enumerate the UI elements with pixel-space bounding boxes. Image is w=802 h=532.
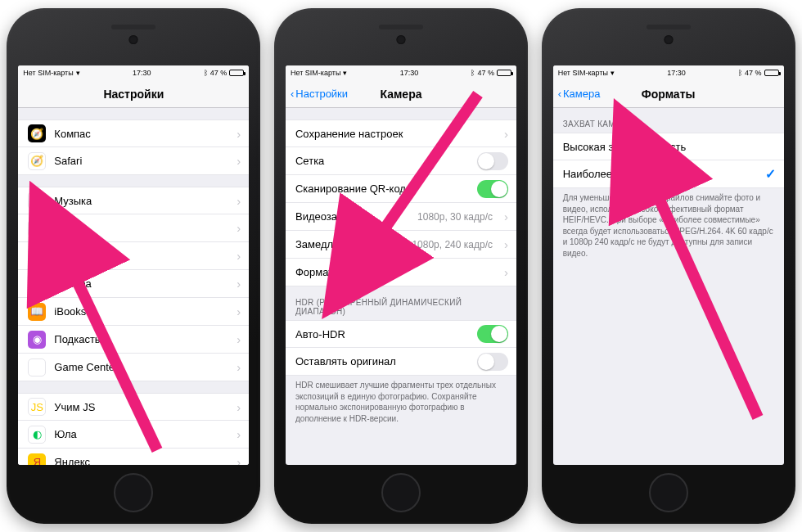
settings-row[interactable]: ●●Game Center› — [18, 354, 249, 381]
chevron-right-icon: › — [237, 154, 241, 168]
app-icon: Я — [28, 453, 46, 466]
chevron-left-icon: ‹ — [558, 88, 561, 100]
app-icon: 🧭 — [28, 152, 46, 170]
battery-icon — [764, 70, 779, 76]
clock: 17:30 — [667, 69, 686, 77]
settings-row[interactable]: ◉Подкасты› — [18, 326, 249, 354]
formats-settings[interactable]: ЗАХВАТ КАМЕРОЙ Высокая эффективностьНаиб… — [553, 108, 784, 465]
settings-row[interactable]: 📖iBooks› — [18, 298, 249, 326]
bluetooth-icon: ᛒ — [204, 69, 208, 77]
back-label: Камера — [563, 88, 600, 100]
toggle-switch[interactable] — [477, 152, 508, 170]
settings-row[interactable]: 🎬Видео› — [18, 214, 249, 242]
row-label: Высокая эффективность — [563, 141, 776, 153]
bluetooth-icon: ᛒ — [471, 69, 475, 77]
home-button[interactable] — [649, 473, 688, 512]
page-title: Форматы — [642, 88, 696, 101]
chevron-right-icon: › — [504, 127, 508, 141]
app-icon: 🎬 — [28, 219, 46, 237]
app-icon: 📖 — [28, 303, 46, 321]
settings-row[interactable]: Сохранение настроек› — [286, 119, 516, 147]
chevron-right-icon: › — [504, 210, 508, 223]
camera-settings[interactable]: Сохранение настроек›СеткаСканирование QR… — [286, 108, 516, 465]
group-header: ЗАХВАТ КАМЕРОЙ — [553, 119, 784, 133]
carrier-label: Нет SIM-карты — [558, 69, 608, 77]
clock: 17:30 — [133, 69, 151, 77]
row-detail: 1080p, 30 кадр/с — [417, 211, 493, 223]
row-label: iBooks — [54, 305, 225, 318]
row-label: Компас — [54, 128, 225, 140]
row-detail: 1080p, 240 кадр/с — [412, 239, 493, 250]
battery-pct: 47 % — [745, 69, 762, 77]
toggle-switch[interactable] — [477, 325, 508, 343]
settings-row[interactable]: ♫Музыка› — [18, 187, 249, 214]
battery-pct: 47 % — [477, 69, 494, 77]
carrier-label: Нет SIM-карты — [291, 69, 340, 77]
app-icon: JS — [28, 398, 46, 416]
home-button[interactable] — [381, 473, 421, 512]
settings-group: Сохранение настроек›СеткаСканирование QR… — [286, 119, 516, 286]
format-option[interactable]: Высокая эффективность — [553, 133, 784, 160]
row-label: Наиболее совместимые — [563, 168, 757, 180]
navbar: ‹ Камера Форматы — [553, 80, 784, 108]
wifi-icon: ▾ — [343, 69, 347, 77]
chevron-right-icon: › — [237, 249, 241, 263]
row-label: Авто-HDR — [295, 328, 469, 340]
row-label: Сетка — [295, 155, 469, 167]
settings-row[interactable]: Авто-HDR — [286, 320, 516, 348]
battery-icon — [497, 70, 511, 76]
settings-row[interactable]: 🧭Safari› — [18, 147, 249, 175]
settings-list[interactable]: 🧭Компас›🧭Safari› ♫Музыка›🎬Видео›❀Фото›📷К… — [18, 108, 249, 465]
chevron-right-icon: › — [237, 194, 241, 208]
settings-row[interactable]: Сетка — [286, 147, 516, 175]
chevron-right-icon: › — [237, 277, 241, 291]
row-label: Видеозапись — [295, 210, 409, 223]
row-label: Камера — [54, 277, 225, 290]
settings-row[interactable]: Замедл. видео1080p, 240 кадр/с› — [286, 231, 516, 259]
settings-row[interactable]: Сканирование QR-кода — [286, 175, 516, 203]
settings-group: JSУчим JS›◐Юла›ЯЯндекс›🚕Яндекс Такси› — [18, 393, 249, 465]
settings-row[interactable]: Видеозапись1080p, 30 кадр/с› — [286, 203, 516, 231]
settings-row[interactable]: ❀Фото› — [18, 242, 249, 270]
settings-row[interactable]: Оставлять оригинал — [286, 348, 516, 376]
phone-frame: Нет SIM-карты ▾ 17:30 ᛒ 47 % ‹ Настройки… — [274, 8, 528, 524]
status-bar: Нет SIM-карты ▾ 17:30 ᛒ 47 % — [286, 65, 516, 80]
settings-row[interactable]: JSУчим JS› — [18, 393, 249, 421]
chevron-right-icon: › — [237, 455, 241, 465]
group-header: HDR (РАСШИРЕННЫЙ ДИНАМИЧЕСКИЙ ДИАПАЗОН) — [286, 298, 516, 320]
app-icon: 📷 — [28, 275, 46, 293]
row-label: Сохранение настроек — [295, 128, 493, 140]
chevron-right-icon: › — [504, 265, 508, 279]
row-label: Фото — [54, 250, 225, 262]
battery-icon — [229, 70, 244, 76]
status-bar: Нет SIM-карты ▾ 17:30 ᛒ 47 % — [18, 65, 249, 80]
back-button[interactable]: ‹ Камера — [558, 88, 601, 100]
settings-row[interactable]: ◐Юла› — [18, 421, 249, 449]
chevron-right-icon: › — [237, 427, 241, 441]
settings-row[interactable]: 📷Камера› — [18, 270, 249, 298]
row-label: Оставлять оригинал — [295, 355, 469, 367]
row-label: Яндекс — [54, 456, 225, 465]
phone-frame: Нет SIM-карты ▾ 17:30 ᛒ 47 % ‹ Камера Фо… — [542, 8, 795, 524]
row-label: Подкасты — [54, 333, 225, 345]
settings-row[interactable]: ЯЯндекс› — [18, 449, 249, 465]
app-icon: 🧭 — [28, 124, 46, 142]
screen: Нет SIM-карты ▾ 17:30 ᛒ 47 % Настройки 🧭… — [18, 65, 249, 465]
wifi-icon: ▾ — [611, 69, 615, 77]
app-icon: ❀ — [28, 247, 46, 265]
home-button[interactable] — [114, 473, 153, 512]
row-label: Юла — [54, 428, 225, 440]
back-button[interactable]: ‹ Настройки — [291, 88, 348, 100]
settings-row[interactable]: Форматы› — [286, 259, 516, 286]
toggle-switch[interactable] — [477, 180, 508, 198]
toggle-switch[interactable] — [477, 353, 508, 371]
clock: 17:30 — [400, 69, 419, 77]
navbar: ‹ Настройки Камера — [286, 80, 516, 108]
battery-pct: 47 % — [210, 69, 228, 77]
back-label: Настройки — [295, 88, 348, 100]
format-option[interactable]: Наиболее совместимые✓ — [553, 160, 784, 188]
chevron-right-icon: › — [237, 400, 241, 414]
settings-row[interactable]: 🧭Компас› — [18, 119, 249, 147]
app-icon: ●● — [28, 358, 46, 376]
row-label: Форматы — [295, 266, 493, 278]
